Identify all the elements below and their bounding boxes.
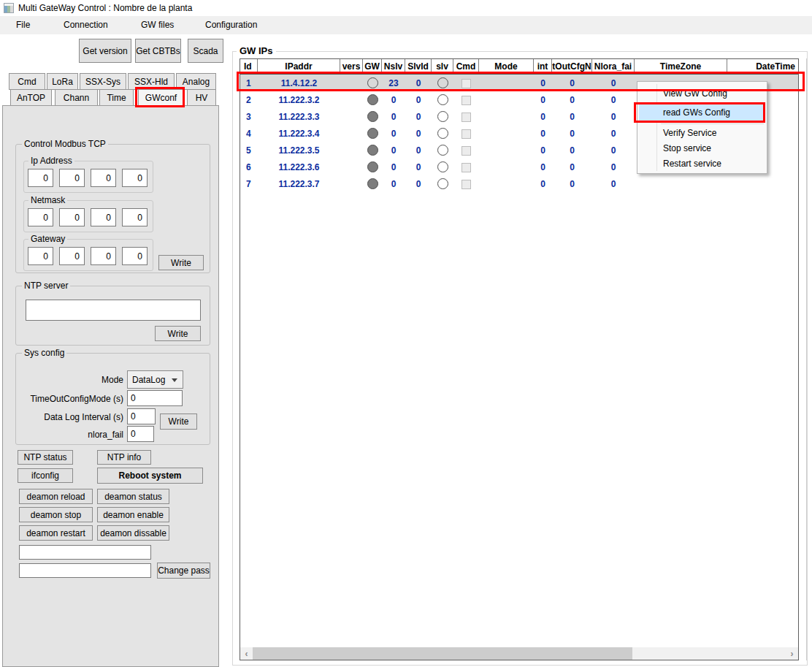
slv-radio-icon[interactable]	[437, 161, 448, 172]
tab-chann[interactable]: Chann	[55, 89, 98, 106]
row-id: 1	[240, 78, 258, 88]
deamon-dissable-button[interactable]: deamon dissable	[97, 525, 169, 541]
gw-radio-icon[interactable]	[367, 178, 378, 189]
menu-connection[interactable]: Connection	[64, 16, 108, 34]
netmask-octet-3[interactable]	[91, 208, 116, 226]
reboot-system-button[interactable]: Reboot system	[97, 468, 203, 484]
menu-item-verify-service[interactable]: Verify Service	[639, 126, 765, 141]
ntp-write-button[interactable]: Write	[155, 326, 201, 341]
horizontal-scrollbar[interactable]: ‹ ›	[240, 647, 798, 660]
cmd-checkbox[interactable]	[461, 129, 471, 139]
vertical-scrollbar[interactable]	[799, 58, 807, 660]
scrollbar-left-arrow-icon[interactable]: ‹	[240, 647, 253, 660]
gateway-octet-4[interactable]	[122, 247, 148, 265]
slv-radio-icon[interactable]	[437, 111, 448, 122]
column-header[interactable]: Mode	[479, 59, 534, 74]
deamon-status-button[interactable]: deamon status	[97, 489, 169, 504]
menu-configuration[interactable]: Configuration	[205, 16, 257, 34]
scrollbar-thumb[interactable]	[253, 647, 632, 660]
gw-radio-icon[interactable]	[367, 128, 378, 139]
row-toutcfg: 0	[552, 95, 592, 105]
cmd-checkbox[interactable]	[461, 146, 471, 156]
ip-octet-4[interactable]	[122, 169, 148, 187]
slv-radio-icon[interactable]	[437, 94, 448, 105]
ntp-status-button[interactable]: NTP status	[18, 450, 73, 465]
password-field-1[interactable]	[19, 545, 151, 560]
cmd-checkbox[interactable]	[461, 113, 471, 122]
menu-item-restart-service[interactable]: Restart service	[639, 156, 765, 172]
cmd-checkbox[interactable]	[461, 163, 471, 172]
nlora-fail-input[interactable]	[127, 426, 154, 442]
get-cbtbs-button[interactable]: Get CBTBs	[135, 39, 181, 63]
netmask-octet-2[interactable]	[59, 208, 85, 226]
slv-radio-icon[interactable]	[437, 77, 448, 88]
tab-lora[interactable]: LoRa	[47, 73, 78, 90]
column-header[interactable]: tOutCfgN	[552, 59, 592, 74]
change-pass-button[interactable]: Change pass	[157, 563, 210, 579]
tab-ssx-hld[interactable]: SSX-Hld	[128, 73, 175, 90]
mode-dropdown[interactable]: DataLog	[127, 370, 183, 389]
cmd-checkbox[interactable]	[461, 79, 471, 88]
gw-radio-icon[interactable]	[367, 77, 378, 88]
menu-item-stop-service[interactable]: Stop service	[639, 141, 765, 156]
tab-ssx-sys[interactable]: SSX-Sys	[80, 73, 126, 90]
slv-radio-icon[interactable]	[437, 128, 448, 139]
password-field-2[interactable]	[19, 563, 151, 578]
scada-button[interactable]: Scada	[188, 39, 223, 63]
gw-radio-icon[interactable]	[367, 111, 378, 122]
gateway-octet-1[interactable]	[28, 247, 53, 265]
column-header[interactable]: int	[534, 59, 552, 74]
netmask-octet-4[interactable]	[122, 208, 148, 226]
ntp-server-input[interactable]	[26, 300, 201, 321]
modbus-write-button[interactable]: Write	[158, 255, 204, 270]
slv-radio-icon[interactable]	[437, 145, 448, 156]
ip-octet-1[interactable]	[28, 169, 53, 187]
cmd-checkbox[interactable]	[461, 180, 471, 189]
tab-hv[interactable]: HV	[187, 89, 216, 106]
row-nslv: 0	[382, 129, 405, 139]
cmd-checkbox[interactable]	[461, 96, 471, 105]
sys-write-button[interactable]: Write	[160, 413, 197, 430]
column-header[interactable]: SlvId	[405, 59, 432, 74]
column-header[interactable]: TimeZone	[635, 59, 727, 74]
data-log-interval-input[interactable]	[127, 408, 156, 424]
tab-gwconf[interactable]: GWconf	[138, 89, 184, 106]
gateway-octet-2[interactable]	[59, 247, 85, 265]
tab-time[interactable]: Time	[99, 89, 134, 106]
column-header[interactable]: Id	[240, 59, 258, 74]
menu-item-read-gws-config[interactable]: read GWs Config	[639, 103, 765, 122]
column-header[interactable]: IPaddr	[258, 59, 340, 74]
tab-analog[interactable]: Analog	[176, 73, 216, 90]
column-header[interactable]: DateTime	[727, 59, 798, 74]
menu-gw-files[interactable]: GW files	[141, 16, 174, 34]
gw-radio-icon[interactable]	[367, 145, 378, 156]
netmask-octet-1[interactable]	[28, 208, 53, 226]
timeout-config-mode-input[interactable]	[127, 390, 183, 406]
ifconfig-button[interactable]: ifconfig	[18, 468, 73, 483]
gw-radio-icon[interactable]	[367, 94, 378, 105]
get-version-button[interactable]: Get version	[79, 39, 131, 63]
menu-file[interactable]: File	[16, 16, 30, 34]
slv-radio-icon[interactable]	[437, 178, 448, 189]
column-header[interactable]: slv	[432, 59, 453, 74]
column-header[interactable]: GW	[363, 59, 382, 74]
tab-cmd[interactable]: Cmd	[9, 73, 45, 90]
column-header[interactable]: Cmd	[453, 59, 479, 74]
row-int: 0	[534, 112, 552, 122]
table-row[interactable]: 711.222.3.700000	[240, 175, 798, 192]
deamon-reload-button[interactable]: deamon reload	[19, 489, 93, 504]
column-header[interactable]: Nlora_fai	[592, 59, 635, 74]
deamon-stop-button[interactable]: deamon stop	[19, 507, 93, 522]
tab-antop[interactable]: AnTOP	[10, 89, 52, 106]
column-header[interactable]: vers	[340, 59, 363, 74]
ip-octet-2[interactable]	[59, 169, 85, 187]
scrollbar-right-arrow-icon[interactable]: ›	[786, 647, 798, 660]
deamon-enable-button[interactable]: deamon enable	[97, 507, 169, 522]
column-header[interactable]: Nslv	[382, 59, 405, 74]
deamon-restart-button[interactable]: deamon restart	[19, 525, 93, 541]
ntp-info-button[interactable]: NTP info	[97, 450, 151, 465]
ip-octet-3[interactable]	[91, 169, 116, 187]
gw-radio-icon[interactable]	[367, 161, 378, 172]
menu-item-view-gw-config[interactable]: View GW Config	[639, 84, 765, 103]
gateway-octet-3[interactable]	[91, 247, 116, 265]
